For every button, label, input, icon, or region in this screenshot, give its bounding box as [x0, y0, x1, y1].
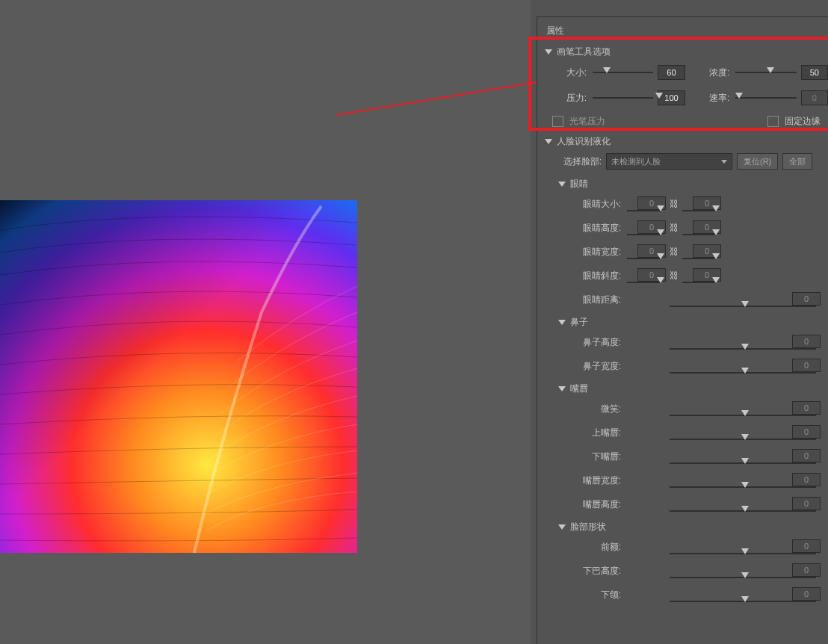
eye-tilt-left-slider[interactable]	[627, 282, 661, 283]
chin-height-slider[interactable]	[670, 577, 816, 578]
forehead-label: 前额:	[578, 541, 621, 554]
density-label: 浓度:	[701, 66, 729, 79]
rate-label: 速率:	[701, 92, 729, 105]
nose-width-input[interactable]: 0	[792, 359, 821, 372]
chevron-down-icon	[558, 320, 566, 325]
link-icon[interactable]: ⛓	[670, 222, 678, 234]
eye-size-label: 眼睛大小:	[578, 198, 621, 211]
stylus-pressure-checkbox[interactable]	[552, 116, 563, 127]
face-section-title: 人脸识别液化	[557, 135, 611, 148]
link-icon[interactable]: ⛓	[670, 246, 678, 258]
properties-panel: 属性 画笔工具选项 大小: 60 浓度: 50 压力: 100 速率: 0 光笔…	[537, 16, 828, 644]
stylus-pressure-label: 光笔压力	[569, 116, 605, 126]
panel-title: 属性	[537, 17, 828, 43]
smile-label: 微笑:	[578, 403, 621, 415]
link-icon[interactable]: ⛓	[670, 198, 678, 210]
eyes-header[interactable]: 眼睛	[537, 173, 828, 192]
nose-width-label: 鼻子宽度:	[578, 360, 621, 373]
eye-distance-label: 眼睛距离:	[578, 294, 621, 306]
brush-section-header[interactable]: 画笔工具选项	[537, 43, 828, 60]
brush-section-title: 画笔工具选项	[557, 46, 611, 58]
jawline-input[interactable]: 0	[792, 587, 821, 601]
nose-height-slider[interactable]	[670, 348, 816, 350]
upper-lip-input[interactable]: 0	[792, 425, 821, 439]
nose-width-slider[interactable]	[670, 372, 816, 374]
pin-edges-checkbox[interactable]	[767, 116, 779, 127]
face-section-header[interactable]: 人脸识别液化	[537, 132, 828, 149]
eye-size-left-slider[interactable]	[627, 210, 661, 211]
rate-slider[interactable]	[735, 97, 796, 99]
chevron-down-icon	[545, 49, 552, 55]
face-shape-title: 脸部形状	[570, 521, 606, 533]
mouth-header[interactable]: 嘴唇	[537, 378, 828, 397]
lower-lip-slider[interactable]	[670, 462, 816, 464]
chevron-down-icon	[558, 524, 566, 530]
chin-height-input[interactable]: 0	[792, 563, 821, 577]
chevron-down-icon	[545, 139, 552, 144]
mouth-height-input[interactable]: 0	[792, 497, 821, 510]
select-face-dropdown[interactable]: 未检测到人脸	[606, 153, 732, 170]
eye-tilt-label: 眼睛斜度:	[578, 270, 621, 282]
rate-input[interactable]: 0	[801, 90, 828, 105]
nose-height-label: 鼻子高度:	[578, 336, 621, 349]
eye-width-right-slider[interactable]	[682, 258, 717, 259]
pressure-slider[interactable]	[593, 97, 653, 99]
eye-height-label: 眼睛高度:	[578, 222, 621, 235]
eye-height-right-slider[interactable]	[682, 234, 717, 235]
eye-distance-slider[interactable]	[670, 306, 816, 307]
mouth-width-label: 嘴唇宽度:	[578, 474, 621, 487]
pin-edges-label: 固定边缘	[785, 116, 821, 126]
upper-lip-label: 上嘴唇:	[578, 427, 621, 439]
eye-size-right-slider[interactable]	[682, 210, 717, 211]
chin-height-label: 下巴高度:	[578, 565, 621, 578]
svg-rect-1	[0, 200, 357, 553]
face-shape-header[interactable]: 脸部形状	[537, 516, 828, 535]
eye-width-left-slider[interactable]	[627, 258, 661, 259]
eyes-title: 眼睛	[570, 178, 588, 191]
lower-lip-input[interactable]: 0	[792, 449, 821, 462]
stylus-pressure-group[interactable]: 光笔压力	[552, 115, 605, 128]
smile-slider[interactable]	[670, 415, 816, 416]
nose-height-input[interactable]: 0	[792, 335, 821, 348]
forehead-input[interactable]: 0	[792, 539, 821, 553]
chevron-down-icon	[558, 182, 566, 187]
smile-input[interactable]: 0	[792, 401, 821, 415]
select-face-label: 选择脸部:	[557, 155, 602, 168]
lower-lip-label: 下嘴唇:	[578, 451, 621, 463]
nose-title: 鼻子	[570, 316, 588, 329]
jawline-slider[interactable]	[670, 601, 816, 602]
pressure-label: 压力:	[558, 92, 587, 105]
document-image	[0, 200, 357, 553]
eye-distance-input[interactable]: 0	[792, 292, 821, 306]
canvas-area[interactable]	[0, 0, 531, 644]
eye-height-left-slider[interactable]	[627, 234, 661, 235]
size-label: 大小:	[558, 66, 587, 79]
jawline-label: 下颌:	[578, 589, 621, 601]
nose-header[interactable]: 鼻子	[537, 312, 828, 330]
mouth-height-slider[interactable]	[670, 510, 816, 512]
reset-button[interactable]: 复位(R)	[737, 153, 778, 170]
mouth-width-slider[interactable]	[670, 486, 816, 488]
density-input[interactable]: 50	[801, 65, 828, 80]
eye-tilt-right-slider[interactable]	[682, 282, 717, 283]
size-input[interactable]: 60	[658, 65, 685, 80]
mouth-title: 嘴唇	[570, 383, 588, 395]
pin-edges-group[interactable]: 固定边缘	[767, 115, 821, 128]
upper-lip-slider[interactable]	[670, 439, 816, 440]
mouth-width-input[interactable]: 0	[792, 473, 821, 486]
all-button[interactable]: 全部	[782, 153, 812, 170]
eye-width-label: 眼睛宽度:	[578, 246, 621, 258]
chevron-down-icon	[558, 386, 566, 391]
size-slider[interactable]	[593, 72, 653, 73]
forehead-slider[interactable]	[670, 553, 816, 554]
link-icon[interactable]: ⛓	[670, 270, 678, 282]
density-slider[interactable]	[735, 72, 796, 73]
mouth-height-label: 嘴唇高度:	[578, 498, 621, 511]
